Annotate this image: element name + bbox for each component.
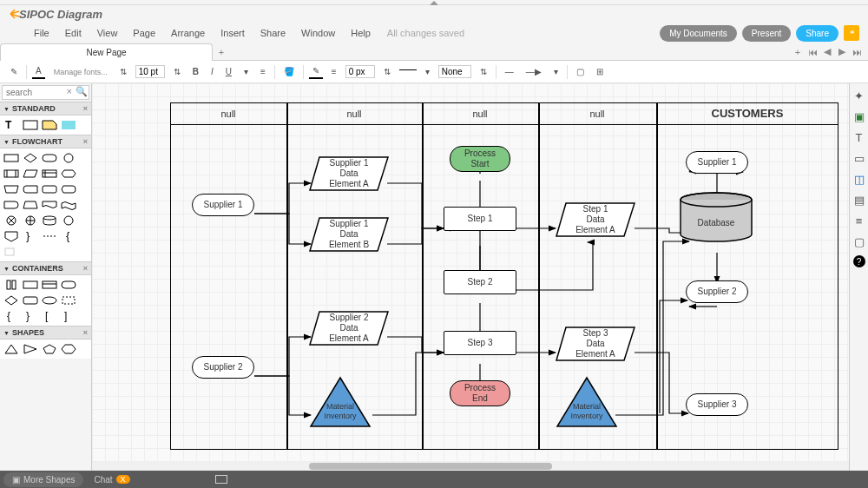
font-updown-icon[interactable]: ⇅ <box>116 65 130 78</box>
process-end[interactable]: Process End <box>450 380 510 406</box>
nav-next-icon[interactable]: ▶ <box>836 46 848 58</box>
fc-sum[interactable] <box>3 214 20 228</box>
cust-supplier1[interactable]: Supplier 1 <box>686 151 748 174</box>
s2-element-a[interactable]: Supplier 2 Data Element A <box>309 311 389 346</box>
material-inventory-1[interactable]: Material Inventory <box>309 376 372 428</box>
line-style-select[interactable] <box>399 69 417 74</box>
sh-hex[interactable] <box>60 342 77 356</box>
cust-supplier2[interactable]: Supplier 2 <box>686 280 748 303</box>
s1-element-a[interactable]: Supplier 1 Data Element A <box>309 156 389 191</box>
menu-help[interactable]: Help <box>343 25 378 41</box>
font-size-input[interactable] <box>135 65 165 78</box>
horizontal-scrollbar[interactable] <box>92 462 849 471</box>
ct-2[interactable] <box>22 278 39 292</box>
ct-12[interactable]: ] <box>60 309 77 323</box>
fc-terminator[interactable] <box>41 151 58 165</box>
rside-help-icon[interactable]: ? <box>853 255 865 267</box>
font-family-select[interactable]: Manage fonts... <box>50 66 111 78</box>
bold-button[interactable]: B <box>189 65 202 78</box>
menu-file[interactable]: File <box>26 25 57 41</box>
col-header-3[interactable]: null <box>422 102 538 125</box>
status-window-icon[interactable] <box>215 475 227 484</box>
shape-text[interactable]: T <box>3 118 20 132</box>
database[interactable]: Database <box>679 191 753 243</box>
menu-edit[interactable]: Edit <box>57 25 89 41</box>
line-width-icon[interactable]: ≡ <box>328 65 340 78</box>
rside-page-icon[interactable]: ▭ <box>852 151 866 165</box>
menu-insert[interactable]: Insert <box>213 25 253 41</box>
nav-prev-icon[interactable]: ◀ <box>821 46 833 58</box>
fill-select[interactable] <box>438 65 471 78</box>
shape-rect[interactable] <box>22 118 39 132</box>
step3-element-a[interactable]: Step 3 Data Element A <box>556 326 635 361</box>
arrow-end-select[interactable]: —▶ <box>523 65 545 78</box>
fc-or[interactable] <box>22 214 39 228</box>
shape-search[interactable]: × 🔍 <box>2 85 89 100</box>
nav-plus-button[interactable]: + <box>792 46 804 58</box>
paint-format-icon[interactable]: ✎ <box>7 65 21 78</box>
menu-share[interactable]: Share <box>253 25 293 41</box>
nav-last-icon[interactable]: ⏭ <box>851 46 863 58</box>
shape-fill[interactable] <box>60 118 77 132</box>
chat-button[interactable]: ChatX <box>87 472 136 487</box>
search-icon[interactable]: 🔍 <box>76 86 89 99</box>
line-color-icon[interactable]: ✎ <box>309 64 323 79</box>
italic-button[interactable]: I <box>207 65 217 78</box>
fill-color-icon[interactable]: 🪣 <box>280 65 298 78</box>
col-header-2[interactable]: null <box>286 102 422 125</box>
align-button[interactable]: ≡ <box>257 65 269 78</box>
image-button[interactable]: ▢ <box>573 65 588 78</box>
stroke-width-input[interactable] <box>345 65 375 78</box>
fc-tape[interactable] <box>60 198 77 212</box>
table-button[interactable]: ⊞ <box>593 65 607 78</box>
rside-text-icon[interactable]: T <box>852 130 866 144</box>
sh-tri[interactable] <box>3 342 20 356</box>
process-start[interactable]: Process Start <box>450 146 510 172</box>
ct-4[interactable] <box>60 278 77 292</box>
underline-button[interactable]: U <box>222 65 235 78</box>
ct-1[interactable] <box>3 278 20 292</box>
fc-process[interactable] <box>3 151 20 165</box>
fc-manual[interactable] <box>3 182 20 196</box>
share-button[interactable]: Share <box>796 25 838 42</box>
fc-trap[interactable] <box>22 198 39 212</box>
more-shapes-button[interactable]: ▣ More Shapes <box>3 472 83 487</box>
s1-element-b[interactable]: Supplier 1 Data Element B <box>309 217 389 252</box>
fc-storage[interactable] <box>22 182 39 196</box>
menu-page[interactable]: Page <box>125 25 163 41</box>
fc-doc[interactable] <box>41 198 58 212</box>
rside-ruler-icon[interactable]: ▤ <box>852 193 866 207</box>
ct-5[interactable] <box>3 293 20 307</box>
ct-8[interactable] <box>60 293 77 307</box>
rside-bucket-icon[interactable]: ▣ <box>852 109 866 123</box>
cust-supplier3[interactable]: Supplier 3 <box>686 393 748 416</box>
fc-rounded[interactable] <box>41 182 58 196</box>
ct-7[interactable] <box>41 293 58 307</box>
ct-3[interactable] <box>41 278 58 292</box>
menu-window[interactable]: Window <box>293 25 343 41</box>
fc-predef[interactable] <box>3 167 20 181</box>
palette-header-shapes[interactable]: ▼SHAPES× <box>0 326 91 340</box>
menu-view[interactable]: View <box>89 25 126 41</box>
sh-pent[interactable] <box>41 342 58 356</box>
nav-first-icon[interactable]: ⏮ <box>806 46 819 58</box>
stroke-updown-icon[interactable]: ⇅ <box>380 65 394 78</box>
palette-header-containers[interactable]: ▼CONTAINERS× <box>0 261 91 275</box>
fc-blank[interactable] <box>3 245 20 259</box>
line-style-down-icon[interactable]: ▾ <box>422 65 433 78</box>
rside-present-icon[interactable]: ▢ <box>852 234 866 248</box>
arrow-down-icon[interactable]: ▾ <box>550 65 562 78</box>
font-size-updown-icon[interactable]: ⇅ <box>170 65 184 78</box>
fc-delay[interactable] <box>3 198 20 212</box>
palette-header-flowchart[interactable]: ▼FLOWCHART× <box>0 135 91 148</box>
rside-layers-icon[interactable]: ◫ <box>852 172 866 186</box>
arrow-start-select[interactable]: — <box>502 65 517 78</box>
fc-brace-l[interactable]: { <box>60 229 77 243</box>
fc-dash[interactable] <box>41 229 58 243</box>
fc-internal[interactable] <box>41 167 58 181</box>
fc-display[interactable] <box>60 182 77 196</box>
col-header-5[interactable]: CUSTOMERS <box>656 102 838 125</box>
present-button[interactable]: Present <box>742 25 791 42</box>
ct-9[interactable]: { <box>3 309 20 323</box>
fc-data[interactable] <box>22 167 39 181</box>
